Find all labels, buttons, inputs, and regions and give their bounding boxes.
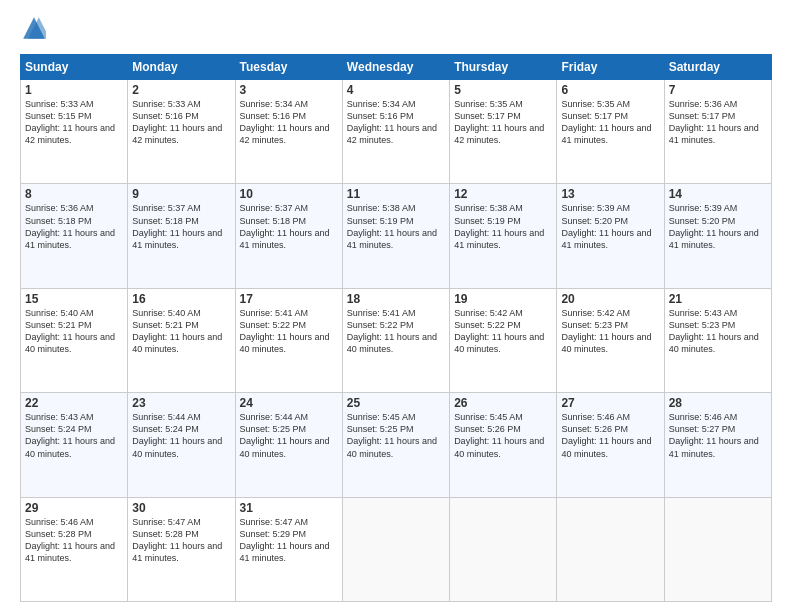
col-sunday: Sunday: [21, 55, 128, 80]
day-info: Sunrise: 5:46 AMSunset: 5:27 PMDaylight:…: [669, 411, 767, 460]
day-number: 18: [347, 292, 445, 306]
day-number: 22: [25, 396, 123, 410]
day-cell-16: 16Sunrise: 5:40 AMSunset: 5:21 PMDayligh…: [128, 288, 235, 392]
day-number: 26: [454, 396, 552, 410]
day-cell-17: 17Sunrise: 5:41 AMSunset: 5:22 PMDayligh…: [235, 288, 342, 392]
day-number: 31: [240, 501, 338, 515]
day-number: 17: [240, 292, 338, 306]
day-number: 29: [25, 501, 123, 515]
empty-cell: [664, 497, 771, 601]
day-info: Sunrise: 5:47 AMSunset: 5:28 PMDaylight:…: [132, 516, 230, 565]
day-cell-7: 7Sunrise: 5:36 AMSunset: 5:17 PMDaylight…: [664, 80, 771, 184]
day-cell-25: 25Sunrise: 5:45 AMSunset: 5:25 PMDayligh…: [342, 393, 449, 497]
day-number: 30: [132, 501, 230, 515]
day-info: Sunrise: 5:39 AMSunset: 5:20 PMDaylight:…: [669, 202, 767, 251]
day-cell-28: 28Sunrise: 5:46 AMSunset: 5:27 PMDayligh…: [664, 393, 771, 497]
day-cell-6: 6Sunrise: 5:35 AMSunset: 5:17 PMDaylight…: [557, 80, 664, 184]
week-row-1: 8Sunrise: 5:36 AMSunset: 5:18 PMDaylight…: [21, 184, 772, 288]
day-cell-13: 13Sunrise: 5:39 AMSunset: 5:20 PMDayligh…: [557, 184, 664, 288]
day-number: 3: [240, 83, 338, 97]
day-number: 11: [347, 187, 445, 201]
day-info: Sunrise: 5:35 AMSunset: 5:17 PMDaylight:…: [454, 98, 552, 147]
day-cell-18: 18Sunrise: 5:41 AMSunset: 5:22 PMDayligh…: [342, 288, 449, 392]
day-number: 5: [454, 83, 552, 97]
day-number: 20: [561, 292, 659, 306]
day-info: Sunrise: 5:38 AMSunset: 5:19 PMDaylight:…: [454, 202, 552, 251]
day-info: Sunrise: 5:37 AMSunset: 5:18 PMDaylight:…: [132, 202, 230, 251]
logo-icon: [22, 16, 46, 40]
empty-cell: [450, 497, 557, 601]
day-info: Sunrise: 5:42 AMSunset: 5:22 PMDaylight:…: [454, 307, 552, 356]
day-info: Sunrise: 5:46 AMSunset: 5:28 PMDaylight:…: [25, 516, 123, 565]
day-info: Sunrise: 5:42 AMSunset: 5:23 PMDaylight:…: [561, 307, 659, 356]
day-number: 16: [132, 292, 230, 306]
day-info: Sunrise: 5:38 AMSunset: 5:19 PMDaylight:…: [347, 202, 445, 251]
page: Sunday Monday Tuesday Wednesday Thursday…: [0, 0, 792, 612]
col-friday: Friday: [557, 55, 664, 80]
day-cell-21: 21Sunrise: 5:43 AMSunset: 5:23 PMDayligh…: [664, 288, 771, 392]
day-number: 12: [454, 187, 552, 201]
empty-cell: [342, 497, 449, 601]
day-info: Sunrise: 5:39 AMSunset: 5:20 PMDaylight:…: [561, 202, 659, 251]
day-cell-23: 23Sunrise: 5:44 AMSunset: 5:24 PMDayligh…: [128, 393, 235, 497]
col-saturday: Saturday: [664, 55, 771, 80]
day-info: Sunrise: 5:45 AMSunset: 5:26 PMDaylight:…: [454, 411, 552, 460]
day-info: Sunrise: 5:41 AMSunset: 5:22 PMDaylight:…: [347, 307, 445, 356]
day-info: Sunrise: 5:41 AMSunset: 5:22 PMDaylight:…: [240, 307, 338, 356]
day-info: Sunrise: 5:47 AMSunset: 5:29 PMDaylight:…: [240, 516, 338, 565]
day-info: Sunrise: 5:40 AMSunset: 5:21 PMDaylight:…: [25, 307, 123, 356]
day-cell-2: 2Sunrise: 5:33 AMSunset: 5:16 PMDaylight…: [128, 80, 235, 184]
day-cell-15: 15Sunrise: 5:40 AMSunset: 5:21 PMDayligh…: [21, 288, 128, 392]
day-number: 27: [561, 396, 659, 410]
calendar-table: Sunday Monday Tuesday Wednesday Thursday…: [20, 54, 772, 602]
header-row: Sunday Monday Tuesday Wednesday Thursday…: [21, 55, 772, 80]
day-cell-11: 11Sunrise: 5:38 AMSunset: 5:19 PMDayligh…: [342, 184, 449, 288]
day-cell-29: 29Sunrise: 5:46 AMSunset: 5:28 PMDayligh…: [21, 497, 128, 601]
day-cell-22: 22Sunrise: 5:43 AMSunset: 5:24 PMDayligh…: [21, 393, 128, 497]
day-number: 15: [25, 292, 123, 306]
day-cell-20: 20Sunrise: 5:42 AMSunset: 5:23 PMDayligh…: [557, 288, 664, 392]
day-cell-19: 19Sunrise: 5:42 AMSunset: 5:22 PMDayligh…: [450, 288, 557, 392]
day-number: 2: [132, 83, 230, 97]
day-info: Sunrise: 5:36 AMSunset: 5:18 PMDaylight:…: [25, 202, 123, 251]
day-info: Sunrise: 5:33 AMSunset: 5:15 PMDaylight:…: [25, 98, 123, 147]
day-cell-8: 8Sunrise: 5:36 AMSunset: 5:18 PMDaylight…: [21, 184, 128, 288]
day-number: 10: [240, 187, 338, 201]
day-cell-5: 5Sunrise: 5:35 AMSunset: 5:17 PMDaylight…: [450, 80, 557, 184]
day-number: 25: [347, 396, 445, 410]
day-number: 28: [669, 396, 767, 410]
day-number: 1: [25, 83, 123, 97]
day-info: Sunrise: 5:44 AMSunset: 5:24 PMDaylight:…: [132, 411, 230, 460]
day-cell-9: 9Sunrise: 5:37 AMSunset: 5:18 PMDaylight…: [128, 184, 235, 288]
day-info: Sunrise: 5:34 AMSunset: 5:16 PMDaylight:…: [240, 98, 338, 147]
day-number: 14: [669, 187, 767, 201]
day-cell-12: 12Sunrise: 5:38 AMSunset: 5:19 PMDayligh…: [450, 184, 557, 288]
col-tuesday: Tuesday: [235, 55, 342, 80]
day-number: 9: [132, 187, 230, 201]
week-row-0: 1Sunrise: 5:33 AMSunset: 5:15 PMDaylight…: [21, 80, 772, 184]
day-info: Sunrise: 5:37 AMSunset: 5:18 PMDaylight:…: [240, 202, 338, 251]
day-cell-4: 4Sunrise: 5:34 AMSunset: 5:16 PMDaylight…: [342, 80, 449, 184]
day-cell-30: 30Sunrise: 5:47 AMSunset: 5:28 PMDayligh…: [128, 497, 235, 601]
week-row-3: 22Sunrise: 5:43 AMSunset: 5:24 PMDayligh…: [21, 393, 772, 497]
day-number: 21: [669, 292, 767, 306]
day-cell-31: 31Sunrise: 5:47 AMSunset: 5:29 PMDayligh…: [235, 497, 342, 601]
day-info: Sunrise: 5:46 AMSunset: 5:26 PMDaylight:…: [561, 411, 659, 460]
col-monday: Monday: [128, 55, 235, 80]
col-wednesday: Wednesday: [342, 55, 449, 80]
day-number: 7: [669, 83, 767, 97]
day-cell-1: 1Sunrise: 5:33 AMSunset: 5:15 PMDaylight…: [21, 80, 128, 184]
day-cell-24: 24Sunrise: 5:44 AMSunset: 5:25 PMDayligh…: [235, 393, 342, 497]
day-info: Sunrise: 5:43 AMSunset: 5:23 PMDaylight:…: [669, 307, 767, 356]
day-number: 19: [454, 292, 552, 306]
day-info: Sunrise: 5:40 AMSunset: 5:21 PMDaylight:…: [132, 307, 230, 356]
header: [20, 16, 772, 44]
empty-cell: [557, 497, 664, 601]
day-number: 8: [25, 187, 123, 201]
col-thursday: Thursday: [450, 55, 557, 80]
day-info: Sunrise: 5:34 AMSunset: 5:16 PMDaylight:…: [347, 98, 445, 147]
day-cell-14: 14Sunrise: 5:39 AMSunset: 5:20 PMDayligh…: [664, 184, 771, 288]
day-cell-27: 27Sunrise: 5:46 AMSunset: 5:26 PMDayligh…: [557, 393, 664, 497]
day-info: Sunrise: 5:33 AMSunset: 5:16 PMDaylight:…: [132, 98, 230, 147]
day-info: Sunrise: 5:45 AMSunset: 5:25 PMDaylight:…: [347, 411, 445, 460]
